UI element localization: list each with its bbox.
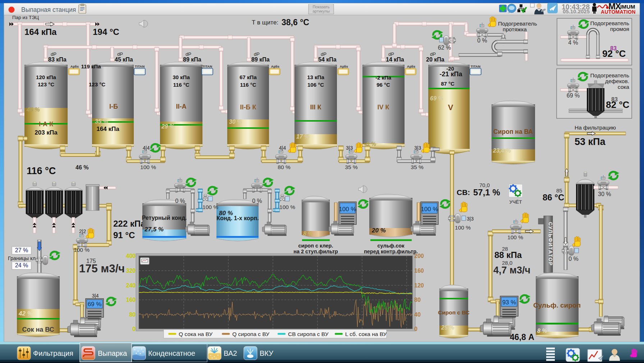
svg-text:100 %: 100 % [279, 204, 295, 210]
svg-text:Подогреватель: Подогреватель [590, 72, 629, 78]
svg-text:Сульф. сироп: Сульф. сироп [533, 301, 581, 309]
svg-text:СВ:: СВ: [457, 188, 470, 196]
svg-text:4|4: 4|4 [143, 145, 150, 151]
svg-text:116 °C: 116 °C [27, 165, 56, 176]
svg-text:0: 0 [414, 326, 417, 332]
svg-text:17 %: 17 % [296, 133, 309, 140]
svg-text:119 кПа: 119 кПа [81, 63, 101, 69]
svg-text:На фильтрацию: На фильтрацию [575, 124, 616, 131]
svg-text:Т в щите:: Т в щите: [252, 19, 278, 26]
svg-text:46 %: 46 % [76, 164, 88, 171]
svg-text:протяжка: протяжка [503, 26, 527, 32]
svg-text:Выпарка: Выпарка [98, 349, 127, 357]
svg-text:промоя: промоя [610, 26, 629, 32]
svg-text:dP: dP [254, 51, 260, 57]
svg-text:TITAN: TITAN [202, 64, 212, 68]
svg-text:203 кПа: 203 кПа [35, 129, 58, 136]
svg-text:320: 320 [126, 268, 136, 274]
svg-text:сироп с клер.: сироп с клер. [298, 243, 333, 249]
svg-text:dP: dP [117, 51, 123, 57]
svg-text:100 %: 100 % [140, 164, 156, 170]
svg-text:TITAN: TITAN [471, 64, 480, 68]
svg-text:4 %: 4 % [568, 40, 578, 46]
svg-text:175 м3/ч: 175 м3/ч [79, 262, 125, 275]
svg-text:8 %: 8 % [537, 328, 547, 334]
svg-text:СВ сиропа с ВУ: СВ сиропа с ВУ [288, 331, 329, 337]
svg-text:116 °C: 116 °C [173, 82, 189, 88]
svg-text:dP: dP [51, 51, 56, 57]
svg-text:Aplis: Aplis [70, 64, 79, 68]
svg-text:dP: dP [321, 51, 326, 57]
svg-text:ВА2: ВА2 [224, 349, 237, 357]
svg-text:ВКУ: ВКУ [260, 349, 273, 357]
svg-text:123 °C: 123 °C [89, 81, 105, 87]
svg-text:80 %: 80 % [278, 164, 291, 170]
svg-text:Фильтрация: Фильтрация [33, 349, 73, 357]
svg-text:29 %: 29 % [161, 123, 174, 130]
svg-text:Подогреватель: Подогреватель [498, 21, 537, 27]
svg-text:СУЛЬФИТАТОР: СУЛЬФИТАТОР [548, 222, 553, 266]
svg-text:80: 80 [414, 297, 421, 303]
svg-text:194 °C: 194 °C [93, 27, 119, 37]
svg-text:II-А: II-А [176, 103, 187, 110]
svg-text:96 °C: 96 °C [376, 82, 390, 88]
svg-text:100 %: 100 % [202, 204, 218, 210]
svg-text:Сироп с ВС: Сироп с ВС [438, 309, 470, 316]
svg-text:Конденсатное: Конденсатное [148, 349, 195, 357]
svg-text:III К: III К [310, 104, 322, 111]
svg-text:Выпарная станция: Выпарная станция [21, 6, 76, 13]
svg-text:3|4: 3|4 [92, 293, 99, 299]
svg-text:Границы кл.: Границы кл. [8, 255, 37, 261]
svg-text:89 кПа: 89 кПа [251, 56, 270, 63]
svg-text:Сироп на ВА: Сироп на ВА [493, 128, 533, 135]
svg-text:3|3: 3|3 [467, 216, 474, 222]
svg-text:30 %: 30 % [598, 191, 611, 197]
svg-text:I-А К: I-А К [39, 121, 54, 128]
svg-text:8 %: 8 % [303, 231, 313, 237]
svg-text:35 %: 35 % [411, 164, 424, 170]
svg-text:42 %: 42 % [18, 310, 33, 317]
svg-text:40: 40 [414, 312, 421, 318]
svg-text:артикулы: артикулы [312, 9, 330, 13]
svg-text:0 %: 0 % [175, 198, 185, 204]
svg-text:Aplis: Aplis [407, 64, 415, 68]
svg-text:106 °C: 106 °C [307, 82, 324, 88]
svg-text:83 кПа: 83 кПа [48, 56, 67, 63]
svg-text:20 %: 20 % [371, 227, 386, 234]
svg-text:91 °C: 91 °C [113, 230, 135, 240]
svg-text:AUTOMATION: AUTOMATION [601, 9, 636, 15]
svg-text:24 %: 24 % [15, 262, 28, 268]
svg-text:TITAN: TITAN [135, 64, 145, 68]
svg-text:0 %: 0 % [477, 37, 487, 44]
svg-text:160: 160 [126, 297, 136, 303]
svg-text:160: 160 [414, 268, 424, 274]
svg-text:88 кПа: 88 кПа [494, 250, 522, 260]
svg-text:53 кПа: 53 кПа [575, 136, 606, 147]
svg-text:0 %: 0 % [252, 198, 262, 204]
svg-text:14 кПа: 14 кПа [386, 56, 404, 63]
svg-text:Aplis: Aplis [271, 64, 279, 68]
svg-text:4|4: 4|4 [279, 145, 286, 151]
svg-text:3|3: 3|3 [414, 145, 421, 151]
svg-text:3|3: 3|3 [346, 145, 353, 151]
svg-text:123 °C: 123 °C [38, 81, 54, 87]
svg-text:27 %: 27 % [15, 247, 28, 253]
svg-text:400: 400 [126, 253, 136, 259]
svg-text:35 %: 35 % [95, 118, 108, 124]
svg-text:69 %: 69 % [430, 95, 443, 101]
svg-text:УЧЁТ: УЧЁТ [510, 199, 522, 205]
svg-text:100 %: 100 % [339, 206, 356, 213]
svg-text:Показать: Показать [313, 5, 330, 9]
svg-text:100 %: 100 % [421, 206, 438, 213]
svg-text:Подогреватель: Подогреватель [590, 20, 629, 26]
svg-text:І-Б: І-Б [109, 103, 118, 110]
svg-text:38,6 °C: 38,6 °C [282, 18, 309, 27]
svg-text:сока: сока [618, 84, 630, 90]
svg-text:Сок на ВС: Сок на ВС [22, 326, 54, 333]
svg-text:13 кПа: 13 кПа [307, 74, 324, 80]
svg-text:IV К: IV К [378, 104, 390, 111]
svg-text:100 %: 100 % [455, 224, 471, 231]
svg-text:4,7 м3/ч: 4,7 м3/ч [493, 265, 530, 276]
svg-text:Пар из ТЭЦ: Пар из ТЭЦ [12, 15, 39, 20]
svg-text:L сб. сока на ВУ: L сб. сока на ВУ [345, 331, 387, 337]
